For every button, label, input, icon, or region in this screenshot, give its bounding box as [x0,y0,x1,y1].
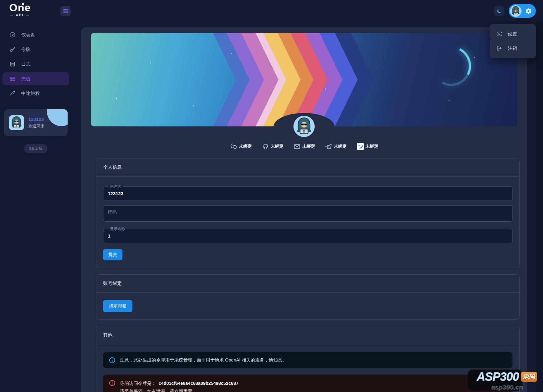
watermark-title: ASP300 [477,371,519,383]
sidebar-item-label: 充值 [21,76,31,82]
sidebar-greeting: 欢迎回来 [28,123,45,129]
menu-icon [63,9,68,10]
display-name-field[interactable]: 显示名称 1 [103,226,512,243]
sidebar-avatar [9,115,24,130]
version-badge: 0.8.2 版 [24,144,48,153]
github-binding[interactable]: 未绑定 [262,143,283,150]
password-field[interactable]: 密码 [103,205,512,222]
user-dropdown-menu: 设置 注销 [490,24,536,58]
sidebar-item-dashboard[interactable]: 仪表盘 [2,28,69,41]
telegram-icon [325,143,332,150]
account-binding-title: 账号绑定 [96,275,519,293]
token-prefix: 你的访问令牌是： [120,381,156,386]
lark-binding[interactable]: 未绑定 [357,143,379,150]
credit-card-icon [9,76,16,82]
access-token-alert: 你的访问令牌是：c4d01cf64e8a4c63a09b25498c52c687… [103,375,512,392]
other-title: 其他 [96,326,519,344]
account-binding-card: 账号绑定 绑定邮箱 [96,274,520,320]
binding-status-label: 未绑定 [271,144,283,149]
bind-email-button[interactable]: 绑定邮箱 [103,300,132,312]
sidebar-divider [4,105,68,105]
dashboard-icon [9,32,16,38]
app-logo[interactable]: One — API — [7,2,32,17]
topbar-avatar [510,5,522,17]
display-name-label: 显示名称 [108,226,126,232]
menu-item-logout[interactable]: 注销 [490,41,536,55]
gear-icon[interactable] [525,8,532,14]
binding-status-label: 未绑定 [366,144,379,149]
moon-icon [496,8,502,14]
topbar: One — API — [0,0,543,22]
theme-toggle-button[interactable] [494,6,504,16]
sidebar-username: 123123 [28,116,45,122]
telegram-binding[interactable]: 未绑定 [325,143,347,150]
sidebar-toggle-button[interactable] [60,6,71,16]
user-menu-button[interactable] [509,4,536,18]
sidebar-item-recharge[interactable]: 充值 [2,72,69,85]
scrollbar-gutter[interactable] [536,22,543,392]
logo-subtitle: — API — [7,13,32,17]
token-note: 请妥善保管。如有泄漏，请立即重置。 [120,387,238,392]
wechat-icon [230,143,237,150]
email-binding[interactable]: 未绑定 [293,143,315,150]
username-field[interactable]: 用户名 123123 [103,184,512,201]
asp300-watermark: ASP300 源码 asp300.cn [471,371,542,391]
profile-banner-image [91,33,517,126]
error-icon [109,380,116,386]
menu-item-label: 设置 [508,31,517,37]
profile-avatar[interactable] [293,116,315,137]
menu-item-settings[interactable]: 设置 [490,27,536,41]
binding-status-label: 未绑定 [239,144,252,149]
personal-info-card: 个人信息 用户名 123123 密码 显示名称 1 提交 [96,158,520,268]
username-label: 用户名 [108,184,123,189]
personal-info-title: 个人信息 [96,158,519,177]
other-card: 其他 注意，此处生成的令牌用于系统管理，而非用于请求 OpenAI 相关的服务，… [96,326,520,392]
mail-icon [293,143,301,150]
sidebar-item-tokens[interactable]: 令牌 [2,43,69,56]
github-icon [262,143,269,150]
user-card-decoration [47,109,68,126]
menu-item-label: 注销 [508,45,517,51]
logo-dot [22,3,24,5]
password-label: 密码 [108,210,117,215]
sidebar-item-logs[interactable]: 日志 [2,58,69,71]
sidebar-item-label: 日志 [21,61,31,67]
brush-icon [9,90,16,97]
sidebar-item-label: 令牌 [21,47,31,53]
logout-icon [496,45,503,51]
token-info-alert: 注意，此处生成的令牌用于系统管理，而非用于请求 OpenAI 相关的服务，请知悉… [103,352,512,368]
display-name-value[interactable]: 1 [108,232,508,240]
watermark-badge: 源码 [521,372,537,382]
sidebar-item-midjourney[interactable]: 中途旅程 [2,87,69,100]
sidebar-user-card[interactable]: 123123 欢迎回来 [4,109,68,136]
key-icon [9,46,16,53]
logo-text: One [9,2,31,13]
sidebar-item-label: 仪表盘 [21,32,35,38]
binding-status-label: 未绑定 [334,144,347,149]
info-alert-text: 注意，此处生成的令牌用于系统管理，而非用于请求 OpenAI 相关的服务，请知悉… [120,357,287,363]
submit-button[interactable]: 提交 [103,249,122,260]
lark-icon [357,143,364,150]
profile-settings-icon [496,31,503,37]
watermark-domain: asp300.cn [471,383,542,391]
sidebar-item-label: 中途旅程 [21,91,40,97]
username-value[interactable]: 123123 [108,190,508,197]
access-token-value[interactable]: c4d01cf64e8a4c63a09b25498c52c687 [159,381,238,386]
info-icon [109,357,116,364]
binding-status-label: 未绑定 [302,144,315,149]
log-icon [9,61,16,67]
sidebar: 仪表盘 令牌 日志 充值 中途旅程 123123 欢迎回来 0.8.2 版 [0,22,72,392]
wechat-binding[interactable]: 未绑定 [230,143,252,150]
main-content-panel: 未绑定 未绑定 未绑定 未绑定 未绑定 个人信息 用户名 123123 密码 [81,27,527,392]
